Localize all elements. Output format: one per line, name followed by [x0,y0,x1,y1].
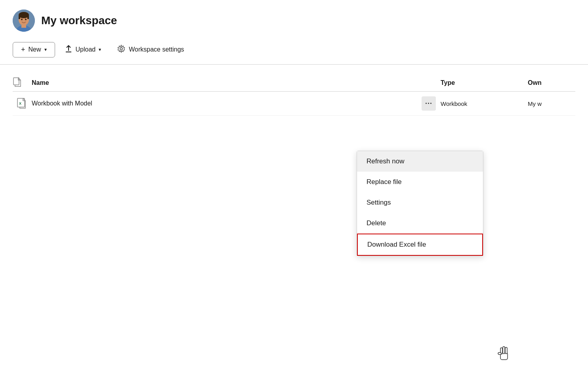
new-button[interactable]: + New ▾ [13,42,55,57]
header-icon-col [13,77,32,88]
table-area: Name Type Own X Workbook with Model ··· … [0,65,588,125]
svg-rect-16 [500,348,502,354]
chevron-down-icon: ▾ [44,47,47,52]
file-icon: X [13,98,32,109]
svg-rect-18 [505,347,507,354]
avatar [13,10,35,32]
svg-point-7 [21,19,23,20]
page-container: My workspace + New ▾ Upload ▾ [0,0,588,389]
workspace-settings-label: Workspace settings [129,46,184,53]
table-header: Name Type Own [13,74,575,92]
context-menu: Refresh now Replace file Settings Delete… [357,151,483,256]
row-actions: ··· [417,96,441,111]
svg-rect-5 [19,15,20,19]
context-menu-settings[interactable]: Settings [357,192,483,213]
header-type: Type [441,79,528,86]
context-menu-download-excel[interactable]: Download Excel file [357,234,483,256]
svg-rect-17 [503,347,505,354]
svg-text:X: X [19,102,21,105]
svg-rect-19 [498,353,501,355]
gear-icon [117,44,126,55]
more-options-button[interactable]: ··· [422,96,436,111]
context-menu-refresh[interactable]: Refresh now [357,151,483,172]
cursor [497,345,510,360]
svg-point-8 [25,19,27,20]
upload-chevron-icon: ▾ [99,47,101,52]
svg-rect-6 [27,15,29,19]
upload-icon [65,45,73,54]
row-owner: My w [528,100,575,107]
svg-point-11 [120,48,122,50]
header: My workspace + New ▾ Upload ▾ [0,0,588,64]
context-menu-replace[interactable]: Replace file [357,172,483,192]
svg-rect-15 [500,353,508,360]
header-owner: Own [528,79,575,86]
table-row: X Workbook with Model ··· Workbook My w [13,92,575,116]
new-label: New [29,46,41,53]
header-name: Name [32,79,441,86]
workspace-settings-button[interactable]: Workspace settings [111,41,190,58]
workspace-title: My workspace [41,14,117,27]
context-menu-delete[interactable]: Delete [357,213,483,234]
row-name: Workbook with Model [32,100,417,107]
toolbar: + New ▾ Upload ▾ [13,41,575,64]
row-type: Workbook [441,100,528,107]
upload-label: Upload [76,46,96,53]
plus-icon: + [21,46,25,54]
header-top: My workspace [13,10,575,32]
upload-button[interactable]: Upload ▾ [58,42,108,57]
